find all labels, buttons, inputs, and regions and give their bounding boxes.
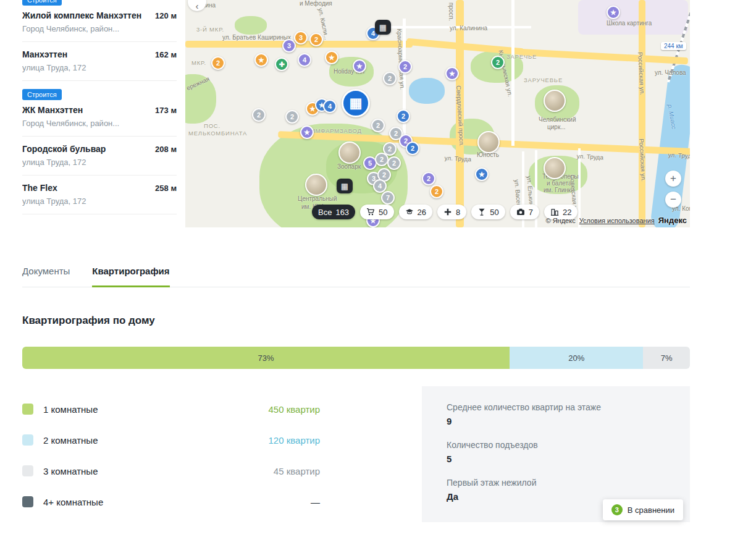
list-item[interactable]: Манхэттен 162 м улица Труда, 172	[22, 42, 177, 81]
stat-label: Количество подъездов	[447, 440, 665, 450]
map-marker[interactable]: ★	[325, 51, 338, 64]
distance: 120 м	[155, 11, 177, 20]
comparison-widget[interactable]: 3 В сравнении	[603, 499, 683, 520]
map-marker[interactable]	[305, 174, 327, 196]
list-item[interactable]: Строится Жилой комплекс Манхэттен 120 м …	[22, 0, 177, 42]
map-marker[interactable]: 2	[285, 110, 299, 124]
list-item[interactable]: Городской бульвар 208 м улица Труда, 172	[22, 137, 177, 175]
yandex-logo[interactable]: Яндекс	[658, 216, 687, 225]
map-marker[interactable]: 4	[298, 53, 311, 67]
map-marker[interactable]: 2	[397, 109, 410, 123]
legend-value: 450 квартир	[268, 404, 320, 415]
map-label: ул. Братьев Кашириных	[222, 34, 291, 41]
map-label: ПОС.	[204, 122, 220, 129]
stat-label: Среднее количество квартир на этаже	[447, 402, 665, 412]
complex-title[interactable]: Городской бульвар	[22, 144, 106, 154]
map-marker[interactable]: ★	[607, 6, 620, 19]
nearby-list: Строится Жилой комплекс Манхэттен 120 м …	[22, 0, 185, 227]
map-marker[interactable]: 3	[294, 31, 308, 44]
map-filter-education[interactable]: 26	[399, 205, 432, 219]
list-item[interactable]: The Flex 258 м улица Труда, 172	[22, 175, 177, 214]
map-marker[interactable]: 2	[422, 172, 435, 185]
map-marker[interactable]	[544, 90, 566, 112]
map-marker[interactable]: 2	[383, 72, 397, 85]
map-marker[interactable]: 3	[282, 39, 296, 53]
map-label: ул. Труда	[668, 151, 690, 159]
map-marker[interactable]: 4	[323, 99, 337, 113]
map-marker[interactable]	[544, 157, 566, 179]
map-road-shape	[511, 0, 514, 146]
bar-segment: 7%	[643, 347, 690, 369]
map-label: ХИМФАРМЗАВОД	[306, 127, 362, 134]
tab-documents[interactable]: Документы	[22, 266, 70, 287]
complex-title[interactable]: Манхэттен	[22, 49, 67, 59]
map-filter-leisure[interactable]: 50	[471, 205, 505, 219]
map-marker[interactable]: ✚	[275, 57, 288, 71]
distance: 173 м	[155, 106, 177, 115]
filter-all-count: 163	[335, 208, 349, 217]
map-label: ул. Труда	[444, 154, 471, 163]
bar-segment: 73%	[22, 347, 510, 369]
bar-segment: 20%	[510, 347, 643, 369]
map-marker[interactable]	[477, 131, 500, 153]
map-marker[interactable]: ★	[445, 67, 459, 80]
filter-count: 50	[379, 208, 387, 217]
map-marker[interactable]	[338, 142, 361, 164]
map-marker[interactable]: ▦	[337, 179, 353, 193]
shop-icon	[366, 208, 375, 216]
zoom-in-button[interactable]: +	[665, 171, 681, 187]
map-marker[interactable]: 2	[309, 33, 323, 46]
map-zoom-controls: + −	[665, 171, 681, 208]
map-label: МКР.	[191, 59, 206, 66]
legend-swatch	[22, 434, 33, 446]
legend-label: 4+ комнатные	[43, 497, 103, 507]
map-marker[interactable]: 7	[381, 191, 395, 205]
map-terms-link[interactable]: Условия использования	[579, 217, 655, 224]
status-badge: Строится	[22, 0, 62, 6]
complex-address: улица Труда, 172	[22, 158, 177, 167]
map-marker[interactable]: ▦	[375, 20, 391, 35]
filter-count: 7	[529, 208, 533, 217]
collapse-panel-button[interactable]: ‹	[188, 0, 206, 11]
legend-row: 1 комнатные 450 квартир	[22, 394, 320, 425]
chevron-left-icon: ‹	[196, 1, 199, 11]
map-water-shape	[409, 78, 445, 104]
map-filter-medicine[interactable]: 8	[437, 205, 466, 219]
map-marker[interactable]: 2	[398, 60, 412, 74]
map-marker[interactable]: 2	[252, 108, 266, 122]
building-icon	[550, 208, 559, 216]
map-marker[interactable]: ▦	[342, 89, 370, 117]
tab-flat-distribution[interactable]: Квартирография	[92, 266, 169, 287]
map-marker[interactable]: ★	[300, 125, 314, 139]
map-marker[interactable]: 2	[387, 156, 401, 170]
map-marker[interactable]: 2	[491, 56, 505, 69]
zoom-out-button[interactable]: −	[665, 192, 681, 208]
map-marker[interactable]: ★	[353, 59, 366, 73]
map-marker[interactable]: ★	[475, 167, 489, 181]
map-label: ул. Труда	[576, 153, 603, 161]
map-marker[interactable]: 4	[373, 179, 387, 193]
map-marker[interactable]: 2	[430, 185, 443, 198]
comparison-label: В сравнении	[628, 505, 674, 515]
complex-title[interactable]: ЖК Манхэттен	[22, 105, 83, 115]
map-marker[interactable]: 2	[406, 142, 419, 155]
plus-icon: +	[670, 172, 676, 185]
map-filter-all[interactable]: Все 163	[312, 205, 355, 219]
complex-title[interactable]: Жилой комплекс Манхэттен	[22, 11, 141, 20]
map-marker[interactable]: 2	[211, 56, 225, 70]
map[interactable]: шкинаи Мефодия3-Й МКР.ул. Братьев Кашири…	[185, 0, 690, 227]
map-filter-photo[interactable]: 7	[510, 205, 539, 219]
map-filter-shops[interactable]: 50	[360, 205, 393, 219]
distance: 208 м	[155, 145, 177, 154]
map-label: 244 км	[661, 42, 686, 50]
map-marker[interactable]: 2	[371, 119, 385, 132]
map-label: 3-Й МКР.	[196, 26, 224, 33]
map-marker[interactable]: 2	[375, 153, 388, 166]
map-road-shape	[639, 0, 645, 227]
complex-title[interactable]: The Flex	[22, 183, 57, 193]
leisure-icon	[477, 208, 486, 216]
map-attribution: © Яндекс Условия использования Яндекс	[546, 216, 687, 225]
list-item[interactable]: Строится ЖК Манхэттен 173 м Город Челяби…	[22, 81, 177, 137]
page-title: Квартирография по дому	[22, 315, 690, 327]
map-marker[interactable]: ★	[254, 53, 268, 67]
